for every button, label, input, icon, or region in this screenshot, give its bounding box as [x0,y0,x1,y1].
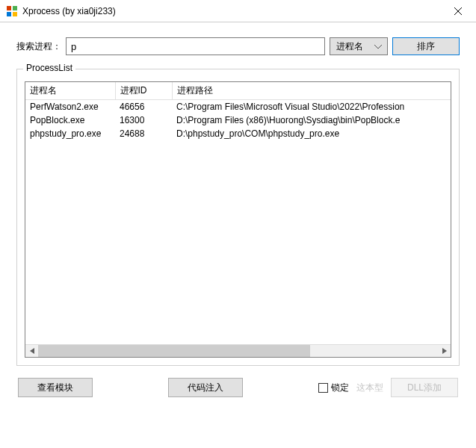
process-table: 进程名 进程ID 进程路径 PerfWatson2.exe 46656 C:\P… [25,82,451,329]
close-icon [454,7,462,15]
table-header-row: 进程名 进程ID 进程路径 [25,82,451,100]
cell-path: D:\Program Files (x86)\Huorong\Sysdiag\b… [172,113,451,127]
table-row[interactable] [25,288,451,302]
lock-checkbox-label: 锁定 [331,382,349,394]
table-row[interactable] [25,248,451,261]
table-row[interactable] [25,302,451,315]
process-list-group: ProcessList 进程名 进程ID 进程路径 [16,69,460,366]
table-row[interactable] [25,167,451,181]
cell-path: C:\Program Files\Microsoft Visual Studio… [172,100,451,114]
group-legend: ProcessList [23,63,75,73]
sort-button[interactable]: 排序 [392,37,460,55]
list-scroll-area[interactable]: 进程名 进程ID 进程路径 PerfWatson2.exe 46656 C:\P… [25,82,451,344]
cell-pid: 46656 [115,100,172,114]
svg-rect-3 [13,12,17,16]
scroll-left-arrow-icon[interactable] [25,345,38,357]
cell-pid: 16300 [115,113,172,127]
horizontal-scrollbar[interactable] [25,344,451,357]
close-button[interactable] [441,0,475,22]
column-header-path[interactable]: 进程路径 [172,82,451,100]
scroll-track[interactable] [38,345,438,357]
client-area: 搜索进程： 进程名 排序 ProcessList 进程名 [0,22,476,405]
table-row[interactable] [25,181,451,194]
cell-name: phpstudy_pro.exe [25,127,115,140]
table-row[interactable] [25,140,451,154]
window-title: Xprocess (by xia0ji233) [22,6,441,16]
table-row[interactable]: phpstudy_pro.exe 24688 D:\phpstudy_pro\C… [25,127,451,140]
process-list-view[interactable]: 进程名 进程ID 进程路径 PerfWatson2.exe 46656 C:\P… [25,81,451,358]
table-row[interactable]: PerfWatson2.exe 46656 C:\Program Files\M… [25,100,451,114]
scroll-right-arrow-icon[interactable] [438,345,451,357]
dll-add-button[interactable]: DLL添加 [391,378,458,397]
table-row[interactable] [25,261,451,275]
table-row[interactable] [25,275,451,288]
title-bar: Xprocess (by xia0ji233) [0,0,476,22]
sort-field-combo[interactable]: 进程名 [330,37,388,55]
cell-path: D:\phpstudy_pro\COM\phpstudy_pro.exe [172,127,451,140]
lock-checkbox-wrap[interactable]: 锁定 [318,382,349,394]
table-row[interactable]: PopBlock.exe 16300 D:\Program Files (x86… [25,113,451,127]
cell-name: PopBlock.exe [25,113,115,127]
search-row: 搜索进程： 进程名 排序 [16,37,460,55]
scroll-thumb[interactable] [38,345,310,357]
search-label: 搜索进程： [16,40,61,53]
table-row[interactable] [25,315,451,329]
column-header-pid[interactable]: 进程ID [115,82,172,100]
svg-rect-2 [7,12,11,16]
app-icon [6,5,18,17]
bottom-toolbar: 查看模块 代码注入 锁定 这本型 DLL添加 [16,378,460,397]
svg-rect-1 [13,6,17,10]
lock-checkbox[interactable] [318,383,328,393]
column-header-name[interactable]: 进程名 [25,82,115,100]
table-row[interactable] [25,234,451,248]
cell-name: PerfWatson2.exe [25,100,115,114]
table-row[interactable] [25,154,451,167]
chevron-down-icon [372,41,384,52]
table-row[interactable] [25,194,451,208]
sort-field-selected: 进程名 [336,40,372,53]
svg-rect-0 [7,6,11,10]
cell-pid: 24688 [115,127,172,140]
table-row[interactable] [25,208,451,221]
table-row[interactable] [25,221,451,234]
search-input[interactable] [66,37,325,55]
watermark-text: 这本型 [356,382,383,394]
view-module-button[interactable]: 查看模块 [18,378,93,397]
inject-code-button[interactable]: 代码注入 [168,378,243,397]
